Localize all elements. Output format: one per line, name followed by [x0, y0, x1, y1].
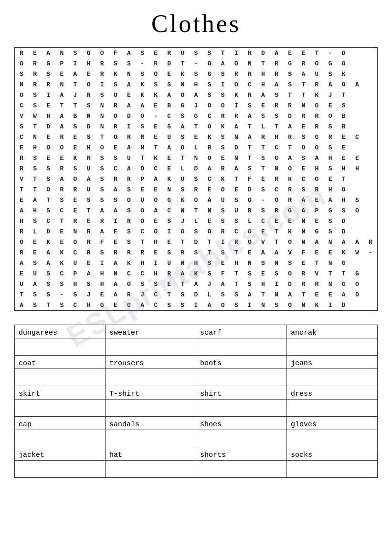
grid-cell: S	[176, 300, 189, 310]
grid-cell: S	[189, 247, 202, 258]
word-cell: anorak	[287, 325, 378, 338]
grid-cell: U	[28, 268, 42, 279]
grid-cell: E	[55, 69, 68, 79]
grid-cell: R	[122, 174, 136, 184]
grid-cell: -	[55, 289, 68, 300]
grid-cell: N	[55, 79, 68, 90]
grid-cell: S	[95, 163, 109, 174]
word-list-row: skirtT-shirtshirtdress	[15, 386, 378, 400]
grid-cell: E	[109, 226, 122, 237]
grid-cell: D	[189, 237, 202, 247]
grid-cell: I	[230, 48, 243, 58]
grid-cell: E	[283, 48, 297, 58]
grid-cell: T	[149, 142, 162, 153]
grid-cell: L	[189, 216, 202, 226]
grid-cell: A	[42, 247, 55, 258]
grid-cell: S	[28, 90, 42, 100]
grid-cell: O	[189, 195, 202, 205]
grid-cell: K	[216, 174, 230, 184]
grid-cell: T	[216, 48, 230, 58]
grid-cell: T	[203, 247, 216, 258]
grid-cell: A	[324, 195, 337, 205]
grid-cell: N	[176, 205, 189, 216]
grid-cell: G	[337, 279, 350, 289]
grid-cell: H	[82, 58, 95, 69]
blank-cell	[15, 461, 106, 478]
grid-cell: -	[149, 111, 162, 121]
grid-cell: E	[82, 216, 95, 226]
grid-cell: A	[283, 121, 297, 132]
grid-cell: C	[15, 100, 28, 111]
grid-cell: I	[230, 100, 243, 111]
grid-cell: E	[297, 163, 310, 174]
grid-cell: A	[297, 205, 310, 216]
grid-cell: N	[95, 111, 109, 121]
grid-cell: H	[95, 268, 109, 279]
grid-cell: S	[297, 153, 310, 163]
grid-cell: E	[310, 247, 323, 258]
blank-cell	[196, 338, 287, 356]
grid-cell: C	[149, 163, 162, 174]
grid-cell: S	[243, 268, 256, 279]
grid-cell: S	[109, 195, 122, 205]
grid-cell: R	[310, 279, 323, 289]
grid-cell: G	[283, 58, 297, 69]
grid-cell: C	[68, 300, 82, 310]
grid-cell: K	[337, 247, 350, 258]
grid-cell: S	[350, 195, 364, 205]
grid-cell: O	[324, 111, 337, 121]
grid-cell: O	[15, 58, 28, 69]
grid-cell: N	[297, 300, 310, 310]
grid-cell: A	[136, 100, 149, 111]
grid-cell: R	[310, 111, 323, 121]
grid-cell: R	[283, 132, 297, 142]
grid-cell: R	[82, 90, 95, 100]
grid-cell: E	[310, 289, 323, 300]
grid-cell: R	[122, 289, 136, 300]
word-cell: dress	[287, 386, 378, 400]
grid-cell: O	[68, 237, 82, 247]
grid-cell: T	[243, 121, 256, 132]
grid-cell: O	[203, 153, 216, 163]
grid-cell: S	[162, 247, 176, 258]
grid-cell: N	[324, 279, 337, 289]
grid-cell: E	[28, 247, 42, 258]
grid-cell: E	[136, 184, 149, 195]
grid-cell: S	[15, 121, 28, 132]
grid-cell: O	[283, 163, 297, 174]
grid-cell: O	[297, 142, 310, 153]
grid-cell: K	[230, 90, 243, 100]
grid-cell: K	[162, 174, 176, 184]
word-cell: hat	[106, 447, 196, 461]
grid-cell: R	[310, 121, 323, 132]
grid-cell: A	[136, 300, 149, 310]
grid-cell: S	[68, 163, 82, 174]
grid-cell: K	[283, 226, 297, 237]
grid-cell: R	[230, 111, 243, 121]
word-cell: shorts	[196, 447, 287, 461]
blank-cell	[196, 369, 287, 386]
grid-cell: N	[256, 300, 270, 310]
grid-cell: E	[55, 226, 68, 237]
grid-cell: G	[337, 258, 350, 268]
grid-cell: G	[95, 300, 109, 310]
grid-cell: A	[310, 237, 323, 247]
grid-cell: C	[162, 205, 176, 216]
grid-cell: H	[310, 163, 323, 174]
grid-cell: E	[55, 237, 68, 247]
grid-cell: -	[189, 58, 202, 69]
grid-cell: S	[55, 279, 68, 289]
grid-cell: C	[243, 79, 256, 90]
grid-cell: R	[15, 153, 28, 163]
grid-cell: E	[350, 153, 364, 163]
grid-cell: T	[337, 268, 350, 279]
grid-cell: T	[256, 58, 270, 69]
grid-cell: T	[15, 289, 28, 300]
grid-cell: C	[15, 132, 28, 142]
grid-cell: S	[176, 289, 189, 300]
grid-cell: J	[136, 289, 149, 300]
grid-cell: G	[350, 268, 364, 279]
grid-cell: O	[310, 174, 323, 184]
grid-cell: S	[203, 48, 216, 58]
grid-cell: S	[297, 132, 310, 142]
